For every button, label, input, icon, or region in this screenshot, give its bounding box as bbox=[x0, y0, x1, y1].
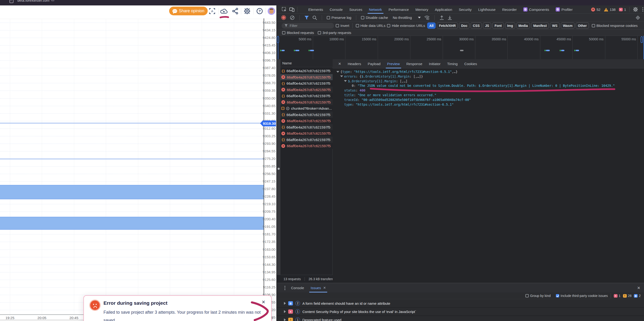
json-tree-line[interactable]: $.OrdersHistory[1].Margin: [,…] bbox=[344, 79, 408, 83]
search-icon[interactable] bbox=[312, 15, 317, 20]
filter-chip-all[interactable]: All bbox=[427, 22, 436, 29]
pinned-badge-icon[interactable]: x bbox=[619, 8, 623, 11]
export-har-icon[interactable] bbox=[448, 15, 452, 20]
blocked-response-cookies-checkbox[interactable]: Blocked response cookies bbox=[592, 23, 638, 28]
request-row[interactable]: ×66aff0e4a267c87c621597f5 bbox=[280, 87, 333, 93]
expand-triangle-icon[interactable] bbox=[284, 302, 286, 305]
devtools-tab-security[interactable]: Security bbox=[456, 5, 475, 14]
inspect-element-icon[interactable] bbox=[282, 7, 287, 12]
detail-tab-preview[interactable]: Preview bbox=[384, 59, 403, 68]
devtools-tab-application[interactable]: Application bbox=[432, 5, 456, 14]
overview-right-handle[interactable] bbox=[641, 36, 643, 43]
devtools-tab-profiler[interactable]: Profiler bbox=[552, 5, 576, 14]
devtools-tab-elements[interactable]: Elements bbox=[305, 5, 326, 14]
include-third-party-checkbox[interactable]: Include third-party cookie issues bbox=[556, 294, 608, 298]
devtools-settings-icon[interactable] bbox=[633, 7, 638, 12]
throttling-select[interactable]: No throttling bbox=[393, 15, 421, 19]
issue-row[interactable]: !1Deprecated feature used bbox=[277, 316, 644, 321]
warning-count[interactable]: 138 bbox=[610, 7, 616, 11]
blocked-requests-checkbox[interactable]: Blocked requests bbox=[282, 31, 314, 35]
group-by-kind-checkbox[interactable]: Group by kind bbox=[526, 294, 551, 298]
third-party-requests-checkbox[interactable]: 3rd-party requests bbox=[318, 31, 351, 35]
request-row[interactable]: chunked?Broker=Advan... bbox=[280, 105, 333, 112]
device-toolbar-icon[interactable] bbox=[289, 7, 295, 12]
filter-chip-doc[interactable]: Doc bbox=[459, 22, 470, 29]
request-row[interactable]: {}66aff0e4a267c87c621597f5 bbox=[280, 80, 333, 87]
hide-data-urls-checkbox[interactable]: Hide data URLs bbox=[356, 23, 386, 28]
issue-row[interactable]: 2A form field element should have an id … bbox=[277, 300, 644, 307]
warning-badge-icon[interactable] bbox=[604, 7, 608, 11]
filter-chip-fetchxhr[interactable]: Fetch/XHR bbox=[437, 22, 458, 29]
filter-chip-img[interactable]: Img bbox=[505, 22, 515, 29]
request-row[interactable]: ×66aff0e4a267c87c621597f5 bbox=[280, 143, 333, 149]
close-detail-button[interactable]: × bbox=[335, 61, 344, 66]
devtools-tab-memory[interactable]: Memory bbox=[412, 5, 432, 14]
filter-chip-font[interactable]: Font bbox=[492, 22, 504, 29]
detail-tab-cookies[interactable]: Cookies bbox=[461, 59, 480, 68]
error-count[interactable]: 52 bbox=[596, 7, 600, 11]
request-row[interactable]: {}66aff0e4a267c87c621597f5 bbox=[280, 93, 333, 99]
disable-cache-checkbox[interactable]: Disable cache bbox=[361, 15, 388, 19]
request-row[interactable]: ×66aff0e4a267c87c621597f5 bbox=[280, 74, 333, 80]
filter-chip-media[interactable]: Media bbox=[516, 22, 530, 29]
filter-chip-ws[interactable]: WS bbox=[550, 22, 560, 29]
filter-chip-manifest[interactable]: Manifest bbox=[531, 22, 549, 29]
devtools-tab-network[interactable]: Network bbox=[366, 5, 385, 14]
settings-gear-icon[interactable] bbox=[244, 8, 250, 14]
request-row[interactable]: ×66aff0e4a267c87c621597f5 bbox=[280, 99, 333, 105]
json-tree-line[interactable]: 0: "The JSON value could not be converte… bbox=[348, 83, 615, 88]
share-icon[interactable] bbox=[232, 8, 238, 14]
resize-handle-dot[interactable] bbox=[278, 168, 280, 170]
json-tree-line[interactable]: title: "One or more validation errors oc… bbox=[340, 93, 436, 97]
request-row[interactable]: {}66aff0e4a267c87c621597f5 bbox=[280, 124, 333, 131]
json-tree-line[interactable]: {type: "https://tools.ietf.org/html/rfc7… bbox=[336, 69, 458, 74]
clear-network-log-icon[interactable] bbox=[290, 15, 294, 20]
filter-chip-other[interactable]: Other bbox=[576, 22, 589, 29]
detail-tab-response[interactable]: Response bbox=[403, 59, 426, 68]
drawer-menu-icon[interactable] bbox=[284, 286, 286, 290]
devtools-tab-lighthouse[interactable]: Lighthouse bbox=[475, 5, 499, 14]
request-row[interactable]: {}66aff0e4a267c87c621597f5 bbox=[280, 112, 333, 118]
filter-chip-css[interactable]: CSS bbox=[470, 22, 482, 29]
devtools-tab-performance[interactable]: Performance bbox=[385, 5, 412, 14]
expand-triangle-icon[interactable] bbox=[340, 75, 343, 77]
drawer-tab-issues[interactable]: Issues× bbox=[307, 283, 329, 293]
toast-close-button[interactable]: × bbox=[262, 299, 265, 306]
json-tree-line[interactable]: errors: {$.OrdersHistory[1].Margin: [,…]… bbox=[340, 74, 423, 79]
pin-count[interactable]: 1 bbox=[624, 7, 626, 11]
close-issues-tab-icon[interactable]: × bbox=[323, 285, 326, 290]
filter-icon[interactable] bbox=[304, 15, 309, 20]
detail-tab-payload[interactable]: Payload bbox=[364, 59, 384, 68]
filter-input[interactable]: Filter bbox=[282, 23, 334, 28]
detail-tab-headers[interactable]: Headers bbox=[344, 59, 364, 68]
devtools-tab-sources[interactable]: Sources bbox=[346, 5, 366, 14]
record-network-log-icon[interactable] bbox=[282, 16, 285, 19]
overview-left-handle[interactable] bbox=[277, 36, 279, 43]
import-har-icon[interactable] bbox=[440, 15, 444, 20]
issue-row[interactable]: x1Content Security Policy of your site b… bbox=[277, 308, 644, 315]
expand-triangle-icon[interactable] bbox=[284, 319, 286, 321]
json-tree-line[interactable]: type: "https://tools.ietf.org/html/rfc72… bbox=[340, 102, 454, 107]
expand-triangle-icon[interactable] bbox=[344, 80, 347, 82]
request-row[interactable]: {}66aff0e4a267c87c621597f5 bbox=[280, 68, 333, 74]
devtools-tab-components[interactable]: Components bbox=[520, 5, 552, 14]
filter-chip-wasm[interactable]: Wasm bbox=[561, 22, 575, 29]
screenshot-icon[interactable]: A bbox=[209, 8, 216, 14]
devtools-tab-recorder[interactable]: Recorder bbox=[499, 5, 520, 14]
json-tree-line[interactable]: traceId: "00-ad53509ad5288205e500f10f5b9… bbox=[340, 97, 471, 102]
chart-canvas[interactable] bbox=[0, 19, 264, 315]
expand-triangle-icon[interactable] bbox=[284, 310, 286, 313]
detail-tab-initiator[interactable]: Initiator bbox=[426, 59, 444, 68]
hide-extension-urls-checkbox[interactable]: Hide extension URLs bbox=[387, 23, 425, 28]
request-row[interactable]: ×66aff0e4a267c87c621597f5 bbox=[280, 130, 333, 137]
network-settings-icon[interactable] bbox=[636, 15, 640, 20]
help-icon[interactable]: ? bbox=[256, 8, 263, 14]
invert-filter-checkbox[interactable]: Invert bbox=[336, 23, 350, 28]
cloud-sync-error-icon[interactable] bbox=[220, 8, 228, 14]
drawer-close-button[interactable]: × bbox=[637, 285, 640, 291]
devtools-tab-console[interactable]: Console bbox=[326, 5, 346, 14]
preserve-log-checkbox[interactable]: Preserve log bbox=[327, 15, 351, 19]
requests-name-header[interactable]: Name bbox=[280, 59, 333, 67]
detail-tab-timing[interactable]: Timing bbox=[444, 59, 461, 68]
devtools-menu-icon[interactable] bbox=[642, 7, 643, 11]
